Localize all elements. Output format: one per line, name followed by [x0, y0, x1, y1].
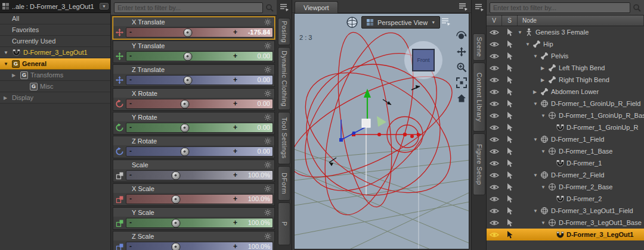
slider-handle[interactable] — [171, 195, 180, 204]
decrement-button[interactable]: - — [129, 242, 132, 250]
decrement-button[interactable]: - — [129, 28, 132, 37]
expanded-arrow-icon[interactable]: ▼ — [4, 61, 10, 67]
scene-filter-input[interactable] — [490, 2, 630, 13]
visibility-eye-icon[interactable] — [487, 89, 502, 95]
frame-tool-icon[interactable] — [456, 77, 467, 88]
slider-handle[interactable] — [171, 171, 180, 180]
selectable-cursor-icon[interactable] — [502, 52, 518, 60]
visibility-eye-icon[interactable] — [487, 29, 502, 36]
view-cube-front-face[interactable]: Front — [412, 49, 435, 71]
slider-track[interactable] — [126, 123, 273, 133]
slider-value[interactable]: 100.0% — [248, 243, 270, 250]
slider-value[interactable]: -175.84 — [248, 29, 270, 36]
draw-style-sphere-icon[interactable] — [346, 16, 358, 29]
visibility-eye-icon[interactable] — [487, 232, 502, 238]
increment-button[interactable]: + — [233, 28, 237, 37]
decrement-button[interactable]: - — [129, 99, 132, 108]
increment-button[interactable]: + — [233, 123, 237, 132]
tab-posing[interactable]: Posing — [278, 18, 290, 45]
increment-button[interactable]: + — [233, 195, 237, 204]
expanded-arrow-icon[interactable]: ▼ — [541, 220, 547, 226]
param-group-misc[interactable]: GMisc — [0, 81, 110, 92]
parameter-gear-icon[interactable] — [264, 114, 271, 121]
scene-node-d-former-1-field[interactable]: ▼D-Former_1_Field — [487, 133, 644, 145]
selectable-cursor-icon[interactable] — [502, 171, 518, 179]
expanded-arrow-icon[interactable]: ▼ — [533, 208, 540, 214]
selectable-cursor-icon[interactable] — [502, 148, 518, 155]
visibility-eye-icon[interactable] — [487, 148, 502, 155]
tab-p[interactable]: P — [278, 202, 290, 245]
param-group-all[interactable]: All — [0, 13, 110, 24]
selectable-cursor-icon[interactable] — [502, 88, 518, 96]
expanded-arrow-icon[interactable]: ▼ — [533, 101, 540, 107]
viewport-options-icon[interactable] — [441, 17, 451, 26]
parameters-node-selector[interactable]: ..ale : D-Former_3_LegOut1 ▼ — [0, 0, 110, 13]
increment-button[interactable]: + — [233, 52, 237, 61]
visibility-eye-icon[interactable] — [487, 77, 502, 83]
collapsed-arrow-icon[interactable]: ▶ — [12, 73, 18, 78]
decrement-button[interactable]: - — [129, 195, 132, 204]
selectable-cursor-icon[interactable] — [502, 29, 518, 36]
visibility-eye-icon[interactable] — [487, 124, 502, 131]
pan-tool-icon[interactable] — [456, 46, 467, 57]
visibility-eye-icon[interactable] — [487, 184, 502, 190]
slider-handle[interactable] — [183, 76, 192, 85]
param-group-transforms[interactable]: ▶GTransforms — [0, 70, 110, 81]
orbit-tool-icon[interactable] — [456, 30, 467, 42]
scene-node-d-former-2-base[interactable]: ▼D-Former_2_Base — [487, 181, 644, 193]
view-cube[interactable]: Front — [404, 41, 442, 79]
viewport-canvas[interactable]: 2 : 3 Perspective View ▼ Front — [294, 13, 469, 249]
scene-node-d-former-3-legout1-field[interactable]: ▼D-Former_3_LegOut1_Field — [487, 205, 644, 217]
slider-value[interactable]: 100.0% — [248, 195, 270, 202]
increment-button[interactable]: + — [233, 147, 237, 156]
slider-value[interactable]: 0.00 — [258, 124, 270, 131]
scene-node-d-former-1-groinup-r[interactable]: D-Former_1_GroinUp_R — [487, 121, 644, 133]
slider-handle[interactable] — [180, 147, 189, 156]
selectable-cursor-icon[interactable] — [502, 207, 518, 215]
visibility-eye-icon[interactable] — [487, 172, 502, 179]
scene-node-d-former-1[interactable]: D-Former_1 — [487, 157, 644, 169]
decrement-button[interactable]: - — [129, 76, 132, 85]
slider-handle[interactable] — [183, 52, 192, 61]
slider-handle[interactable] — [180, 123, 189, 132]
selectable-cursor-icon[interactable] — [502, 219, 518, 227]
column-header-s[interactable]: S — [502, 15, 518, 26]
scene-node-left-thigh-bend[interactable]: ▶Left Thigh Bend — [487, 62, 644, 74]
parameter-gear-icon[interactable] — [264, 90, 271, 97]
chevron-down-icon[interactable]: ▼ — [100, 3, 109, 10]
selectable-cursor-icon[interactable] — [502, 124, 518, 132]
increment-button[interactable]: + — [233, 242, 237, 250]
expanded-arrow-icon[interactable]: ▼ — [541, 113, 547, 118]
selectable-cursor-icon[interactable] — [502, 100, 518, 108]
expanded-arrow-icon[interactable]: ▼ — [525, 42, 532, 47]
param-group-display[interactable]: ▶Display — [0, 92, 110, 104]
parameter-gear-icon[interactable] — [264, 66, 271, 73]
collapsed-arrow-icon[interactable]: ▶ — [541, 65, 547, 71]
increment-button[interactable]: + — [233, 76, 237, 85]
column-header-node[interactable]: Node — [518, 15, 644, 26]
selectable-cursor-icon[interactable] — [502, 136, 518, 143]
expanded-arrow-icon[interactable]: ▼ — [541, 149, 547, 154]
scene-node-d-former-1-groinup-r-field[interactable]: ▼D-Former_1_GroinUp_R_Field — [487, 98, 644, 110]
slider-value[interactable]: 0.00 — [258, 52, 270, 60]
parameters-filter-input[interactable] — [114, 2, 263, 13]
slider-track[interactable] — [126, 51, 273, 61]
selectable-cursor-icon[interactable] — [502, 40, 518, 48]
scene-node-d-former-2-field[interactable]: ▼D-Former_2_Field — [487, 169, 644, 181]
slider-track[interactable] — [126, 146, 273, 157]
visibility-eye-icon[interactable] — [487, 196, 502, 202]
scene-node-pelvis[interactable]: ▼Pelvis — [487, 50, 644, 62]
pane-menu-icon[interactable] — [280, 3, 289, 11]
decrement-button[interactable]: - — [129, 147, 132, 156]
pane-menu-icon[interactable] — [475, 3, 484, 11]
tab-figure-setup[interactable]: Figure Setup — [473, 133, 485, 195]
slider-value[interactable]: 0.00 — [258, 100, 270, 107]
slider-value[interactable]: 0.00 — [258, 76, 270, 83]
pane-menu-icon[interactable] — [459, 2, 468, 11]
increment-button[interactable]: + — [233, 218, 237, 227]
scene-node-right-thigh-bend[interactable]: ▶Right Thigh Bend — [487, 74, 644, 86]
param-group-currently-used[interactable]: Currently Used — [0, 36, 110, 47]
zoom-tool-icon[interactable] — [456, 62, 467, 73]
collapsed-arrow-icon[interactable]: ▶ — [533, 89, 540, 95]
visibility-eye-icon[interactable] — [487, 101, 502, 107]
